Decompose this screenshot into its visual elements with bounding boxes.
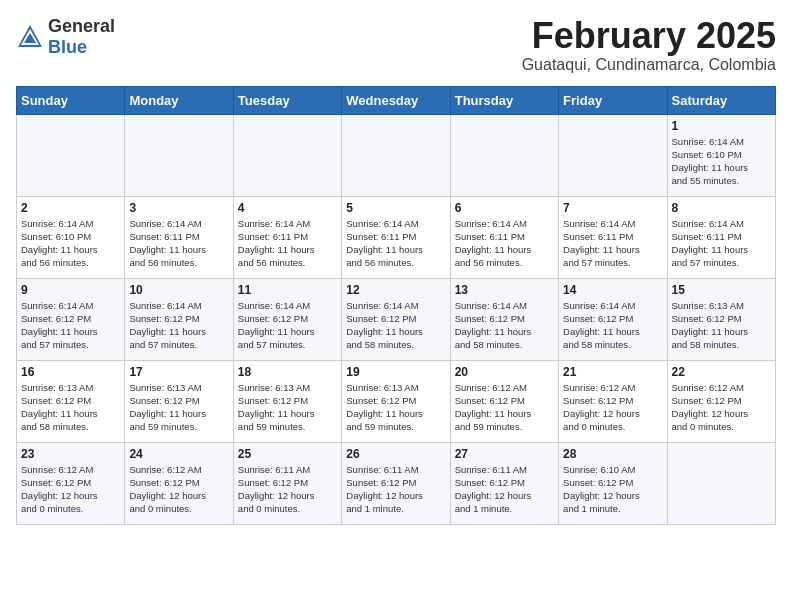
calendar-cell: 26Sunrise: 6:11 AM Sunset: 6:12 PM Dayli… <box>342 442 450 524</box>
day-number: 22 <box>672 365 771 379</box>
day-number: 21 <box>563 365 662 379</box>
day-number: 4 <box>238 201 337 215</box>
day-info: Sunrise: 6:14 AM Sunset: 6:11 PM Dayligh… <box>563 217 662 270</box>
day-info: Sunrise: 6:14 AM Sunset: 6:12 PM Dayligh… <box>563 299 662 352</box>
calendar-table: SundayMondayTuesdayWednesdayThursdayFrid… <box>16 86 776 525</box>
day-number: 23 <box>21 447 120 461</box>
calendar-cell: 17Sunrise: 6:13 AM Sunset: 6:12 PM Dayli… <box>125 360 233 442</box>
calendar-cell <box>17 114 125 196</box>
calendar-cell: 1Sunrise: 6:14 AM Sunset: 6:10 PM Daylig… <box>667 114 775 196</box>
calendar-week-row: 23Sunrise: 6:12 AM Sunset: 6:12 PM Dayli… <box>17 442 776 524</box>
day-info: Sunrise: 6:13 AM Sunset: 6:12 PM Dayligh… <box>238 381 337 434</box>
day-info: Sunrise: 6:14 AM Sunset: 6:11 PM Dayligh… <box>455 217 554 270</box>
calendar-cell: 24Sunrise: 6:12 AM Sunset: 6:12 PM Dayli… <box>125 442 233 524</box>
day-number: 28 <box>563 447 662 461</box>
day-info: Sunrise: 6:14 AM Sunset: 6:12 PM Dayligh… <box>21 299 120 352</box>
weekday-header-saturday: Saturday <box>667 86 775 114</box>
calendar-cell: 9Sunrise: 6:14 AM Sunset: 6:12 PM Daylig… <box>17 278 125 360</box>
logo-blue-text: Blue <box>48 37 87 57</box>
day-number: 2 <box>21 201 120 215</box>
day-info: Sunrise: 6:12 AM Sunset: 6:12 PM Dayligh… <box>455 381 554 434</box>
day-number: 7 <box>563 201 662 215</box>
title-area: February 2025 Guataqui, Cundinamarca, Co… <box>522 16 776 74</box>
day-number: 6 <box>455 201 554 215</box>
calendar-cell <box>667 442 775 524</box>
calendar-cell: 8Sunrise: 6:14 AM Sunset: 6:11 PM Daylig… <box>667 196 775 278</box>
day-info: Sunrise: 6:13 AM Sunset: 6:12 PM Dayligh… <box>672 299 771 352</box>
day-info: Sunrise: 6:14 AM Sunset: 6:11 PM Dayligh… <box>129 217 228 270</box>
day-info: Sunrise: 6:11 AM Sunset: 6:12 PM Dayligh… <box>238 463 337 516</box>
day-info: Sunrise: 6:14 AM Sunset: 6:12 PM Dayligh… <box>455 299 554 352</box>
day-number: 12 <box>346 283 445 297</box>
day-number: 10 <box>129 283 228 297</box>
month-title: February 2025 <box>522 16 776 56</box>
calendar-cell: 11Sunrise: 6:14 AM Sunset: 6:12 PM Dayli… <box>233 278 341 360</box>
day-info: Sunrise: 6:11 AM Sunset: 6:12 PM Dayligh… <box>346 463 445 516</box>
day-info: Sunrise: 6:14 AM Sunset: 6:11 PM Dayligh… <box>672 217 771 270</box>
calendar-week-row: 2Sunrise: 6:14 AM Sunset: 6:10 PM Daylig… <box>17 196 776 278</box>
day-number: 18 <box>238 365 337 379</box>
calendar-cell <box>559 114 667 196</box>
day-info: Sunrise: 6:14 AM Sunset: 6:12 PM Dayligh… <box>346 299 445 352</box>
calendar-cell: 22Sunrise: 6:12 AM Sunset: 6:12 PM Dayli… <box>667 360 775 442</box>
day-info: Sunrise: 6:14 AM Sunset: 6:12 PM Dayligh… <box>129 299 228 352</box>
day-info: Sunrise: 6:12 AM Sunset: 6:12 PM Dayligh… <box>129 463 228 516</box>
location-title: Guataqui, Cundinamarca, Colombia <box>522 56 776 74</box>
day-number: 27 <box>455 447 554 461</box>
weekday-header-friday: Friday <box>559 86 667 114</box>
calendar-cell: 7Sunrise: 6:14 AM Sunset: 6:11 PM Daylig… <box>559 196 667 278</box>
day-number: 17 <box>129 365 228 379</box>
calendar-week-row: 9Sunrise: 6:14 AM Sunset: 6:12 PM Daylig… <box>17 278 776 360</box>
day-number: 13 <box>455 283 554 297</box>
day-info: Sunrise: 6:10 AM Sunset: 6:12 PM Dayligh… <box>563 463 662 516</box>
day-number: 15 <box>672 283 771 297</box>
day-info: Sunrise: 6:14 AM Sunset: 6:10 PM Dayligh… <box>672 135 771 188</box>
calendar-cell: 2Sunrise: 6:14 AM Sunset: 6:10 PM Daylig… <box>17 196 125 278</box>
day-info: Sunrise: 6:14 AM Sunset: 6:12 PM Dayligh… <box>238 299 337 352</box>
day-info: Sunrise: 6:13 AM Sunset: 6:12 PM Dayligh… <box>129 381 228 434</box>
weekday-header-thursday: Thursday <box>450 86 558 114</box>
calendar-week-row: 1Sunrise: 6:14 AM Sunset: 6:10 PM Daylig… <box>17 114 776 196</box>
logo-icon <box>16 23 44 51</box>
calendar-cell: 10Sunrise: 6:14 AM Sunset: 6:12 PM Dayli… <box>125 278 233 360</box>
weekday-header-tuesday: Tuesday <box>233 86 341 114</box>
calendar-cell: 25Sunrise: 6:11 AM Sunset: 6:12 PM Dayli… <box>233 442 341 524</box>
calendar-cell: 21Sunrise: 6:12 AM Sunset: 6:12 PM Dayli… <box>559 360 667 442</box>
header: General Blue February 2025 Guataqui, Cun… <box>16 16 776 74</box>
day-number: 8 <box>672 201 771 215</box>
calendar-cell: 27Sunrise: 6:11 AM Sunset: 6:12 PM Dayli… <box>450 442 558 524</box>
calendar-cell: 6Sunrise: 6:14 AM Sunset: 6:11 PM Daylig… <box>450 196 558 278</box>
day-number: 25 <box>238 447 337 461</box>
calendar-cell: 3Sunrise: 6:14 AM Sunset: 6:11 PM Daylig… <box>125 196 233 278</box>
day-number: 9 <box>21 283 120 297</box>
weekday-header-monday: Monday <box>125 86 233 114</box>
calendar-cell: 14Sunrise: 6:14 AM Sunset: 6:12 PM Dayli… <box>559 278 667 360</box>
day-number: 3 <box>129 201 228 215</box>
calendar-cell <box>233 114 341 196</box>
calendar-cell: 15Sunrise: 6:13 AM Sunset: 6:12 PM Dayli… <box>667 278 775 360</box>
calendar-cell: 12Sunrise: 6:14 AM Sunset: 6:12 PM Dayli… <box>342 278 450 360</box>
day-info: Sunrise: 6:13 AM Sunset: 6:12 PM Dayligh… <box>346 381 445 434</box>
calendar-header: SundayMondayTuesdayWednesdayThursdayFrid… <box>17 86 776 114</box>
calendar-cell <box>125 114 233 196</box>
calendar-cell: 16Sunrise: 6:13 AM Sunset: 6:12 PM Dayli… <box>17 360 125 442</box>
day-number: 26 <box>346 447 445 461</box>
calendar-cell: 13Sunrise: 6:14 AM Sunset: 6:12 PM Dayli… <box>450 278 558 360</box>
weekday-header-wednesday: Wednesday <box>342 86 450 114</box>
day-number: 16 <box>21 365 120 379</box>
day-info: Sunrise: 6:14 AM Sunset: 6:11 PM Dayligh… <box>346 217 445 270</box>
calendar-cell: 5Sunrise: 6:14 AM Sunset: 6:11 PM Daylig… <box>342 196 450 278</box>
day-number: 14 <box>563 283 662 297</box>
day-number: 11 <box>238 283 337 297</box>
calendar-cell: 18Sunrise: 6:13 AM Sunset: 6:12 PM Dayli… <box>233 360 341 442</box>
calendar-cell: 23Sunrise: 6:12 AM Sunset: 6:12 PM Dayli… <box>17 442 125 524</box>
calendar-cell <box>342 114 450 196</box>
day-info: Sunrise: 6:14 AM Sunset: 6:11 PM Dayligh… <box>238 217 337 270</box>
calendar-week-row: 16Sunrise: 6:13 AM Sunset: 6:12 PM Dayli… <box>17 360 776 442</box>
day-info: Sunrise: 6:14 AM Sunset: 6:10 PM Dayligh… <box>21 217 120 270</box>
calendar-cell: 4Sunrise: 6:14 AM Sunset: 6:11 PM Daylig… <box>233 196 341 278</box>
calendar-cell: 28Sunrise: 6:10 AM Sunset: 6:12 PM Dayli… <box>559 442 667 524</box>
day-info: Sunrise: 6:12 AM Sunset: 6:12 PM Dayligh… <box>563 381 662 434</box>
weekday-header-sunday: Sunday <box>17 86 125 114</box>
day-info: Sunrise: 6:12 AM Sunset: 6:12 PM Dayligh… <box>21 463 120 516</box>
